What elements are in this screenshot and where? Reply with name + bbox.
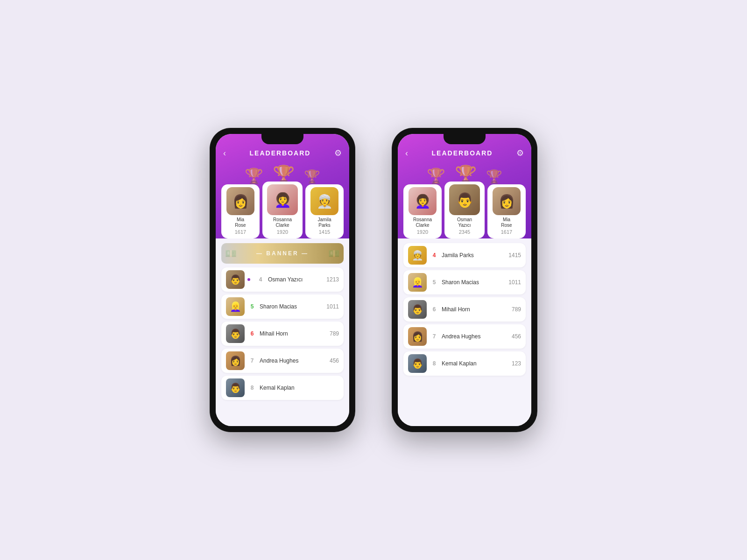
list-score-osman-1: 1213 <box>326 276 339 283</box>
list-score-mihail-1: 789 <box>330 330 339 337</box>
podium-card-3rd-2: 👩 MiaRose 1617 <box>487 184 526 238</box>
list-score-mihail-2: 789 <box>512 306 521 313</box>
trophy-gold-icon-1: 🏆 <box>273 166 295 183</box>
banner-text-1: — BANNER — <box>256 250 309 257</box>
banner-deco-left-1: 💵 <box>225 248 237 259</box>
header-top-1: ‹ LEADERBOARD ⚙ <box>223 148 342 158</box>
podium-name-mia-2: MiaRose <box>501 217 512 228</box>
list-name-jamila-2: Jamila Parks <box>442 252 508 259</box>
podium-avatar-mia-2: 👩 <box>493 187 521 215</box>
list-rank-6-1: 6 <box>247 330 257 337</box>
list-avatar-sharon-2: 👱‍♀️ <box>408 273 427 292</box>
list-rank-4-2: 4 <box>430 252 439 259</box>
white-area-1[interactable]: 💵 — BANNER — 💵 👨 4 Osman Yazıcı 1213 <box>216 238 349 426</box>
trophies-row-1: 🏆 🏆 🏆 <box>245 166 320 183</box>
header-bg-1: ‹ LEADERBOARD ⚙ 🏆 🏆 🏆 <box>216 134 349 238</box>
list-avatar-osman-1: 👨 <box>226 270 245 289</box>
podium-score-mia-1: 1617 <box>235 229 246 235</box>
list-item-6-1: 👨 6 Mihail Horn 789 <box>221 322 344 346</box>
list-score-andrea-1: 456 <box>330 357 339 364</box>
list-rank-5-2: 5 <box>430 279 439 286</box>
podium-name-mia-1: MiaRose <box>235 217 246 228</box>
podium-name-osman-2: OsmanYazıcı <box>457 217 472 228</box>
phones-container: ‹ LEADERBOARD ⚙ 🏆 🏆 🏆 <box>210 128 537 432</box>
podium-avatar-mia-1: 👩 <box>226 187 254 215</box>
podium-area-2: 👩‍🦱 RosannaClarke 1920 👨 OsmanYazıcı 234… <box>400 182 529 238</box>
white-area-2[interactable]: 👳‍♀️ 4 Jamila Parks 1415 👱‍♀️ 5 Sharon M… <box>398 238 531 426</box>
list-name-osman-1: Osman Yazıcı <box>268 276 326 283</box>
list-item-8-1: 👨 8 Kemal Kaplan <box>221 376 344 400</box>
list-avatar-mihail-2: 👨 <box>408 300 427 319</box>
podium-score-jamila-1: 1415 <box>319 229 330 235</box>
list-score-kemal-2: 123 <box>512 360 521 367</box>
list-name-sharon-1: Sharon Macias <box>260 303 326 310</box>
list-score-jamila-2: 1415 <box>508 252 521 259</box>
list-name-mihail-1: Mihail Horn <box>260 330 330 337</box>
list-avatar-kemal-1: 👨 <box>226 378 245 397</box>
podium-card-3rd-1: 👳‍♀️ JamilaParks 1415 <box>305 184 344 238</box>
settings-button-1[interactable]: ⚙ <box>334 148 342 158</box>
list-rank-7-2: 7 <box>430 333 439 340</box>
list-avatar-kemal-2: 👨 <box>408 354 427 373</box>
header-bg-2: ‹ LEADERBOARD ⚙ 🏆 🏆 🏆 <box>398 134 531 238</box>
list-score-sharon-1: 1011 <box>326 303 339 310</box>
list-item-4-2: 👳‍♀️ 4 Jamila Parks 1415 <box>403 243 526 267</box>
podium-avatar-jamila-1: 👳‍♀️ <box>310 187 338 215</box>
phone-2-inner: ‹ LEADERBOARD ⚙ 🏆 🏆 🏆 <box>398 134 531 426</box>
podium-card-2nd-1: 👩 MiaRose 1617 <box>221 184 260 238</box>
podium-card-1st-1: 👩‍🦱 RosannaClarke 1920 <box>262 182 303 238</box>
podium-score-rosanna-1: 1920 <box>277 229 288 235</box>
header-top-2: ‹ LEADERBOARD ⚙ <box>405 148 524 158</box>
podium-score-mia-2: 1617 <box>501 229 512 235</box>
phone-1-inner: ‹ LEADERBOARD ⚙ 🏆 🏆 🏆 <box>216 134 349 426</box>
list-avatar-mihail-1: 👨 <box>226 324 245 343</box>
settings-button-2[interactable]: ⚙ <box>516 148 524 158</box>
list-rank-4-1: 4 <box>256 276 265 283</box>
podium-card-1st-2: 👨 OsmanYazıcı 2345 <box>444 182 485 238</box>
list-score-andrea-2: 456 <box>512 333 521 340</box>
trophies-row-2: 🏆 🏆 🏆 <box>427 166 502 183</box>
list-name-sharon-2: Sharon Macias <box>442 279 508 286</box>
banner-deco-right-1: 💵 <box>328 248 340 259</box>
banner-1: 💵 — BANNER — 💵 <box>221 243 344 264</box>
header-title-2: LEADERBOARD <box>432 149 493 157</box>
podium-name-jamila-1: JamilaParks <box>318 217 331 228</box>
list-rank-8-1: 8 <box>247 385 257 391</box>
back-button-1[interactable]: ‹ <box>223 148 226 158</box>
notch-2 <box>444 134 486 144</box>
list-score-sharon-2: 1011 <box>508 279 521 286</box>
list-item-6-2: 👨 6 Mihail Horn 789 <box>403 297 526 322</box>
list-name-mihail-2: Mihail Horn <box>442 306 512 313</box>
podium-score-osman-2: 2345 <box>459 229 470 235</box>
list-avatar-andrea-2: 👩 <box>408 327 427 346</box>
list-item-5-1: 👱‍♀️ 5 Sharon Macias 1011 <box>221 294 344 319</box>
list-name-andrea-1: Andrea Hughes <box>260 357 330 364</box>
podium-avatar-osman-2: 👨 <box>449 184 480 215</box>
list-item-4-1: 👨 4 Osman Yazıcı 1213 <box>221 267 344 292</box>
podium-card-2nd-2: 👩‍🦱 RosannaClarke 1920 <box>403 184 442 238</box>
trophy-gold-1: 🏆 <box>273 166 295 183</box>
list-rank-8-2: 8 <box>430 360 439 367</box>
podium-score-rosanna-2: 1920 <box>417 229 428 235</box>
list-rank-6-2: 6 <box>430 306 439 313</box>
list-name-kemal-2: Kemal Kaplan <box>442 360 512 367</box>
notch-1 <box>261 134 303 144</box>
header-title-1: LEADERBOARD <box>250 149 311 157</box>
podium-avatar-rosanna-1: 👩‍🦱 <box>267 184 298 215</box>
back-button-2[interactable]: ‹ <box>405 148 408 158</box>
list-name-andrea-2: Andrea Hughes <box>442 333 512 340</box>
trophy-gold-2: 🏆 <box>455 166 477 183</box>
podium-area-1: 👩 MiaRose 1617 👩‍🦱 RosannaClarke 1920 <box>218 182 347 238</box>
list-item-5-2: 👱‍♀️ 5 Sharon Macias 1011 <box>403 270 526 294</box>
list-rank-7-1: 7 <box>247 357 257 364</box>
podium-avatar-rosanna-2: 👩‍🦱 <box>409 187 437 215</box>
list-rank-5-1: 5 <box>247 303 257 310</box>
list-avatar-andrea-1: 👩 <box>226 351 245 370</box>
list-item-7-2: 👩 7 Andrea Hughes 456 <box>403 324 526 349</box>
list-item-7-1: 👩 7 Andrea Hughes 456 <box>221 349 344 373</box>
phone-2: ‹ LEADERBOARD ⚙ 🏆 🏆 🏆 <box>392 128 537 432</box>
list-avatar-sharon-1: 👱‍♀️ <box>226 297 245 316</box>
trophy-gold-icon-2: 🏆 <box>455 166 477 183</box>
phone-1: ‹ LEADERBOARD ⚙ 🏆 🏆 🏆 <box>210 128 355 432</box>
podium-name-rosanna-1: RosannaClarke <box>273 217 292 228</box>
